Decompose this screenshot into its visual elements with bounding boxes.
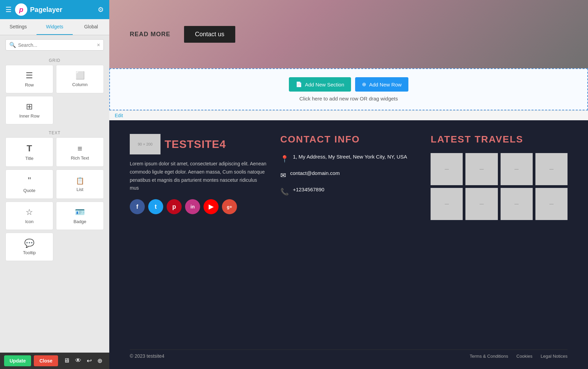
search-icon: 🔍 [9, 42, 16, 48]
widget-quote[interactable]: " Quote [5, 169, 53, 199]
drop-hint: Click here to add new row OR drag widget… [299, 96, 398, 101]
widget-quote-label: Quote [23, 188, 35, 193]
widget-badge-label: Badge [73, 219, 86, 224]
footer-col-travels: LATEST TRAVELS — — — — — — — — [431, 134, 568, 343]
hamburger-icon[interactable]: ☰ [5, 5, 12, 14]
travel-thumb-8[interactable]: — [535, 188, 568, 220]
widget-tooltip-label: Tooltip [23, 250, 36, 255]
add-section-button[interactable]: 📄 Add New Section [289, 77, 351, 92]
social-youtube[interactable]: ▶ [204, 199, 219, 214]
widget-column-label: Column [72, 82, 88, 87]
email-text: contact@domain.com [290, 169, 340, 177]
social-facebook[interactable]: f [130, 199, 145, 214]
tab-widgets[interactable]: Widgets [37, 19, 73, 35]
app-name: Pagelayer [30, 6, 62, 14]
quote-icon: " [28, 175, 31, 186]
update-button[interactable]: Update [4, 355, 31, 366]
sidebar: Settings Widgets Global 🔍 × GRID ☰ Row ⬜… [0, 19, 109, 353]
widget-title-label: Title [25, 156, 33, 161]
contact-email: ✉ contact@domain.com [280, 169, 417, 180]
widget-icon-label: Icon [25, 219, 34, 224]
footer-col-contact: CONTACT INFO 📍 1, My Address, My Street,… [280, 134, 417, 343]
footer-logo-area: 90 × 200 TESTSITE4 [130, 134, 267, 154]
travel-thumb-1[interactable]: — [431, 153, 463, 185]
footer-col-brand: 90 × 200 TESTSITE4 Lorem ipsum dolor sit… [130, 134, 267, 343]
rich-text-icon: ≡ [78, 144, 82, 153]
tab-global[interactable]: Global [73, 19, 109, 35]
widget-rich-text-label: Rich Text [71, 155, 89, 161]
icon-widget-icon: ☆ [26, 207, 33, 217]
footer-bottom: © 2023 testsite4 Terms & Conditions Cook… [130, 350, 568, 359]
tab-settings[interactable]: Settings [0, 19, 37, 35]
widget-inner-row[interactable]: ⊞ Inner Row [5, 96, 53, 124]
eye-icon[interactable]: 👁 [75, 357, 81, 365]
social-googleplus[interactable]: g+ [222, 199, 237, 214]
desktop-icon[interactable]: 🖥 [64, 357, 70, 365]
travel-thumb-6[interactable]: — [465, 188, 498, 220]
travel-thumb-3[interactable]: — [501, 153, 533, 185]
travel-thumb-5[interactable]: — [431, 188, 463, 220]
bottom-icons: 🖥 👁 ↩ ⊕ [64, 357, 102, 365]
widget-icon[interactable]: ☆ Icon [5, 202, 53, 230]
tooltip-icon: 💬 [24, 238, 34, 248]
add-row-button[interactable]: ⊕ Add New Row [355, 77, 408, 92]
sidebar-tabs: Settings Widgets Global [0, 19, 109, 35]
add-section-icon: 📄 [296, 81, 302, 87]
logo-area: p Pagelayer [15, 3, 98, 16]
phone-text: +1234567890 [293, 186, 324, 194]
social-icons: f t p in ▶ g+ [130, 199, 267, 214]
drop-zone: 📄 Add New Section ⊕ Add New Row Click he… [109, 68, 588, 110]
grid-widget-group: ☰ Row ⬜ Column ⊞ Inner Row [0, 65, 109, 127]
contact-button[interactable]: Contact us [184, 26, 235, 43]
footer-links: Terms & Conditions Cookies Legal Notices [470, 354, 568, 359]
travel-thumb-4[interactable]: — [535, 153, 568, 185]
read-more-button[interactable]: READ MORE [130, 31, 170, 38]
column-icon: ⬜ [75, 71, 85, 80]
contact-title: CONTACT INFO [280, 134, 417, 145]
logo-icon: p [15, 3, 27, 16]
list-icon: 📋 [76, 177, 84, 185]
footer-link-legal[interactable]: Legal Notices [541, 354, 568, 359]
hero-section: READ MORE Contact us [109, 0, 588, 68]
social-twitter[interactable]: t [148, 199, 163, 214]
widget-row[interactable]: ☰ Row [5, 65, 53, 93]
footer-logo-placeholder: 90 × 200 [130, 134, 160, 154]
row-icon: ☰ [26, 71, 33, 80]
add-row-icon: ⊕ [362, 81, 366, 87]
social-pinterest[interactable]: p [167, 199, 182, 214]
widget-column[interactable]: ⬜ Column [56, 65, 104, 93]
widget-badge[interactable]: 🪪 Badge [56, 202, 104, 230]
contact-address: 📍 1, My Address, My Street, New York Cit… [280, 153, 417, 164]
search-input[interactable] [18, 42, 97, 48]
travel-grid: — — — — — — — — [431, 153, 568, 220]
email-icon: ✉ [280, 170, 286, 180]
footer-link-cookies[interactable]: Cookies [516, 354, 532, 359]
bottom-bar: Update Close 🖥 👁 ↩ ⊕ [0, 353, 109, 369]
badge-icon: 🪪 [75, 207, 85, 217]
widget-list[interactable]: 📋 List [56, 169, 104, 199]
top-bar: ☰ p Pagelayer ⚙ [0, 0, 109, 19]
travels-title: LATEST TRAVELS [431, 134, 568, 145]
close-button[interactable]: Close [34, 355, 58, 366]
search-bar: 🔍 × [0, 35, 109, 55]
widget-rich-text[interactable]: ≡ Rich Text [56, 137, 104, 167]
footer-section: 90 × 200 TESTSITE4 Lorem ipsum dolor sit… [109, 120, 588, 369]
edit-bar: Edit [109, 110, 588, 120]
widget-title[interactable]: T Title [5, 137, 53, 167]
widget-tooltip[interactable]: 💬 Tooltip [5, 233, 53, 261]
search-input-wrap: 🔍 × [5, 39, 104, 51]
social-instagram[interactable]: in [185, 199, 200, 214]
undo-icon[interactable]: ↩ [87, 357, 92, 365]
travel-thumb-7[interactable]: — [501, 188, 533, 220]
widget-inner-row-label: Inner Row [19, 113, 39, 119]
gear-icon[interactable]: ⚙ [98, 5, 104, 14]
sitemap-icon[interactable]: ⊕ [97, 357, 102, 365]
footer-description: Lorem ipsum dolor sit amet, consectetuer… [130, 160, 267, 192]
edit-link[interactable]: Edit [115, 113, 123, 118]
address-text: 1, My Address, My Street, New York City,… [293, 153, 407, 161]
travel-thumb-2[interactable]: — [465, 153, 498, 185]
footer-link-terms[interactable]: Terms & Conditions [470, 354, 508, 359]
contact-phone: 📞 +1234567890 [280, 186, 417, 197]
search-clear-icon[interactable]: × [97, 42, 100, 48]
drop-zone-buttons: 📄 Add New Section ⊕ Add New Row [289, 77, 408, 92]
